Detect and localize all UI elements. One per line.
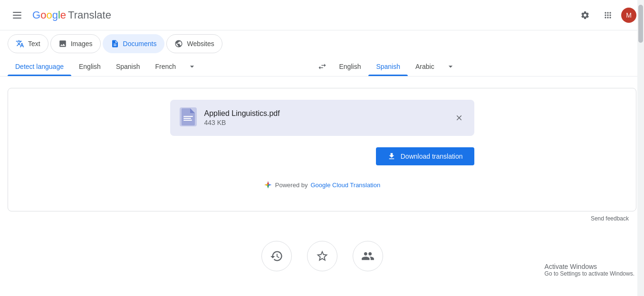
avatar[interactable]: M — [621, 8, 636, 23]
bottom-icons — [8, 226, 636, 286]
source-lang-section: Detect language English Spanish French — [8, 57, 313, 76]
header-right: M — [576, 6, 636, 25]
activate-windows-notice: Activate Windows Go to Settings to activ… — [545, 263, 634, 277]
translation-box: Applied Linguistics.pdf 443 KB Download … — [8, 88, 636, 211]
powered-by: Powered by Google Cloud Translation — [19, 181, 625, 189]
download-btn-label: Download translation — [401, 153, 463, 160]
source-french-btn[interactable]: French — [147, 57, 183, 76]
header-left: Google Translate — [8, 6, 111, 25]
file-card: Applied Linguistics.pdf 443 KB — [170, 100, 474, 136]
target-arabic-btn[interactable]: Arabic — [408, 57, 442, 76]
tab-images-label: Images — [71, 40, 93, 48]
file-info: Applied Linguistics.pdf 443 KB — [204, 109, 465, 126]
tab-images[interactable]: Images — [50, 34, 101, 53]
source-english-btn[interactable]: English — [71, 57, 108, 76]
scrollbar-thumb[interactable] — [638, 5, 643, 43]
svg-rect-2 — [13, 18, 21, 19]
header: Google Translate M — [0, 0, 644, 30]
menu-button[interactable] — [8, 6, 27, 25]
settings-button[interactable] — [576, 6, 595, 25]
feedback-row: Send feedback — [8, 211, 636, 226]
history-btn[interactable] — [261, 241, 292, 271]
svg-rect-5 — [183, 118, 191, 119]
svg-rect-1 — [13, 15, 21, 16]
source-spanish-btn[interactable]: Spanish — [108, 57, 148, 76]
remove-file-btn[interactable] — [452, 110, 467, 125]
svg-rect-0 — [13, 12, 21, 13]
tab-websites-label: Websites — [187, 40, 214, 48]
tab-text[interactable]: Text — [8, 34, 48, 53]
target-lang-section: English Spanish Arabic — [332, 57, 637, 76]
logo-text: Translate — [68, 9, 111, 21]
target-more-languages-btn[interactable] — [442, 58, 459, 75]
source-more-languages-btn[interactable] — [183, 58, 201, 75]
svg-rect-6 — [183, 120, 192, 121]
detect-language-btn[interactable]: Detect language — [8, 57, 71, 76]
target-spanish-btn[interactable]: Spanish — [368, 57, 408, 76]
tab-documents-label: Documents — [123, 40, 157, 48]
file-name: Applied Linguistics.pdf — [204, 109, 465, 118]
svg-rect-4 — [183, 116, 193, 117]
tab-websites[interactable]: Websites — [166, 34, 222, 53]
activate-windows-title: Activate Windows — [545, 263, 634, 270]
send-feedback-link[interactable]: Send feedback — [591, 215, 629, 222]
tab-documents[interactable]: Documents — [103, 34, 165, 53]
swap-languages-btn[interactable] — [313, 57, 332, 76]
scrollbar[interactable] — [637, 0, 644, 296]
download-section: Download translation — [170, 147, 474, 165]
file-size: 443 KB — [204, 119, 465, 126]
language-bar: Detect language English Spanish French E… — [0, 57, 644, 76]
google-translate-logo[interactable]: Google Translate — [32, 9, 111, 21]
activate-windows-desc: Go to Settings to activate Windows. — [545, 270, 634, 277]
google-gem-icon — [264, 181, 272, 189]
powered-by-text: Powered by — [275, 181, 308, 189]
community-btn[interactable] — [353, 241, 383, 271]
saved-btn[interactable] — [307, 241, 337, 271]
tab-nav: Text Images Documents Websites — [0, 30, 644, 57]
google-cloud-translation-link[interactable]: Google Cloud Translation — [310, 181, 380, 189]
tab-text-label: Text — [28, 40, 40, 48]
apps-button[interactable] — [598, 6, 617, 25]
target-english-btn[interactable]: English — [332, 57, 369, 76]
file-icon — [180, 107, 197, 128]
download-translation-btn[interactable]: Download translation — [376, 147, 474, 165]
